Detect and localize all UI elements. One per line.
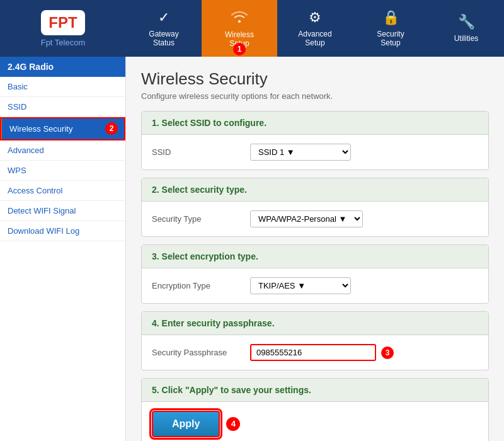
ssid-field-label: SSID	[152, 147, 240, 157]
sidebar-item-download-log[interactable]: Download WIFI Log	[0, 221, 125, 241]
tab-security-wrapper: 🔒 SecuritySetup	[353, 0, 428, 57]
tab-advanced[interactable]: ⚙ AdvancedSetup	[277, 0, 353, 57]
tab-advanced-wrapper: ⚙ AdvancedSetup	[277, 0, 353, 57]
ssid-section-body: SSID SSID 1 ▼ SSID 2 SSID 3	[142, 135, 488, 169]
apply-button[interactable]: Apply	[152, 411, 220, 437]
sidebar-wireless-security-label: Wireless Security	[9, 124, 72, 134]
apply-wrapper: Apply 4	[152, 411, 240, 437]
tab-utilities-label: Utilities	[454, 34, 479, 43]
encryption-body: Encryption Type TKIP/AES ▼ TKIP AES	[142, 268, 488, 303]
app-container: FPT Fpt Telecom ✓ Gateway Status	[0, 0, 504, 441]
ssid-card: 1. Select SSID to configure. SSID SSID 1…	[141, 111, 489, 170]
main-content: Wireless Security Configure wireless sec…	[126, 57, 504, 441]
encryption-title: 3. Select encryption type.	[142, 245, 488, 268]
tab-gateway[interactable]: ✓ Gateway Status	[126, 0, 202, 57]
ssid-select[interactable]: SSID 1 ▼ SSID 2 SSID 3	[250, 144, 351, 161]
sidebar-header: 2.4G Radio	[0, 57, 125, 77]
tab-gateway-label: Gateway Status	[137, 30, 190, 48]
security-icon: 🔒	[382, 9, 399, 26]
passphrase-card: 4. Enter security passphrase. Security P…	[141, 311, 489, 370]
sidebar-item-ssid[interactable]: SSID	[0, 97, 125, 117]
sidebar-item-wps[interactable]: WPS	[0, 161, 125, 181]
encryption-select[interactable]: TKIP/AES ▼ TKIP AES	[250, 277, 351, 294]
passphrase-annotation: 3	[381, 346, 394, 359]
passphrase-label: Security Passphrase	[152, 348, 240, 357]
tab-wireless-wrapper: WirelessSetup 1	[202, 0, 277, 57]
header: FPT Fpt Telecom ✓ Gateway Status	[0, 0, 504, 57]
apply-annotation: 4	[226, 417, 240, 431]
security-type-label: Security Type	[152, 214, 240, 224]
tab-advanced-label: AdvancedSetup	[298, 30, 331, 48]
wireless-tab-annotation: 1	[233, 43, 246, 55]
security-type-card: 2. Select security type. Security Type W…	[141, 178, 489, 237]
passphrase-wrapper: 3	[250, 344, 394, 361]
sidebar: 2.4G Radio Basic SSID Wireless Security …	[0, 57, 126, 441]
advanced-icon: ⚙	[309, 9, 321, 26]
encryption-card: 3. Select encryption type. Encryption Ty…	[141, 244, 489, 304]
sidebar-item-wireless-security[interactable]: Wireless Security 2	[0, 117, 125, 140]
security-type-body: Security Type WPA/WPA2-Personal ▼ WPA2-P…	[142, 202, 488, 236]
security-type-title: 2. Select security type.	[142, 178, 488, 202]
gateway-icon: ✓	[158, 9, 169, 26]
tab-security[interactable]: 🔒 SecuritySetup	[353, 0, 428, 57]
wireless-icon	[231, 9, 248, 26]
brand-logo: FPT	[49, 14, 77, 32]
passphrase-body: Security Passphrase 3	[142, 335, 488, 370]
ssid-section-title: 1. Select SSID to configure.	[142, 112, 488, 135]
logo-box: FPT	[41, 10, 84, 35]
security-type-select[interactable]: WPA/WPA2-Personal ▼ WPA2-Personal WEP No…	[250, 210, 363, 227]
encryption-label: Encryption Type	[152, 281, 240, 290]
sidebar-annotation-2: 2	[105, 122, 118, 135]
tab-security-label: SecuritySetup	[377, 30, 404, 48]
apply-title: 5. Click "Apply" to save your settings.	[142, 379, 488, 402]
passphrase-title: 4. Enter security passphrase.	[142, 312, 488, 335]
sidebar-item-basic[interactable]: Basic	[0, 77, 125, 97]
tab-utilities[interactable]: 🔧 Utilities	[428, 0, 504, 57]
logo-area: FPT Fpt Telecom	[0, 4, 126, 54]
page-title: Wireless Security	[141, 69, 489, 89]
passphrase-input[interactable]	[250, 344, 376, 361]
tab-gateway-wrapper: ✓ Gateway Status	[126, 0, 202, 57]
tab-utilities-wrapper: 🔧 Utilities	[428, 0, 504, 57]
main-layout: 2.4G Radio Basic SSID Wireless Security …	[0, 57, 504, 441]
sidebar-item-detect-wifi[interactable]: Detect WIFI Signal	[0, 201, 125, 221]
apply-body: Apply 4	[142, 402, 488, 441]
sidebar-item-advanced[interactable]: Advanced	[0, 140, 125, 161]
utilities-icon: 🔧	[458, 14, 475, 30]
page-subtitle: Configure wireless security options for …	[141, 91, 489, 101]
apply-card: 5. Click "Apply" to save your settings. …	[141, 378, 489, 441]
brand-name: Fpt Telecom	[41, 38, 86, 47]
sidebar-item-access-control[interactable]: Access Control	[0, 181, 125, 201]
nav-tabs: ✓ Gateway Status WirelessSetup	[126, 0, 504, 57]
